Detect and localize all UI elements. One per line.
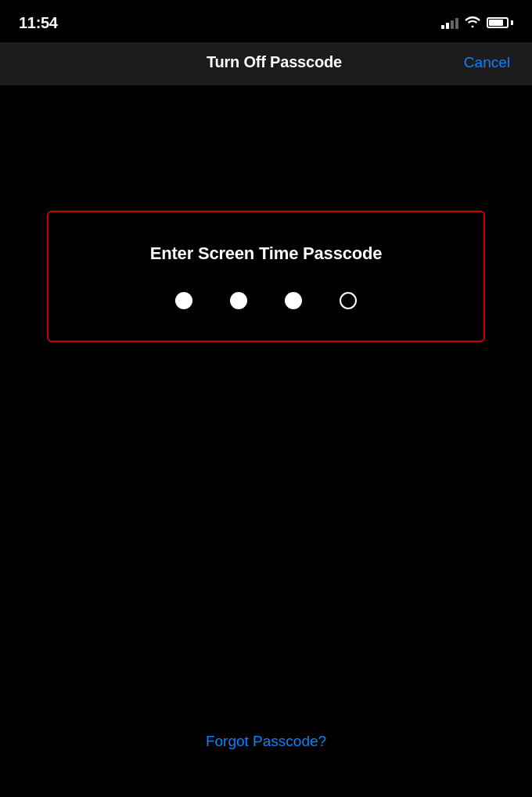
passcode-entry-box: Enter Screen Time Passcode (47, 211, 485, 342)
passcode-dot-1 (175, 292, 192, 309)
signal-icon (441, 16, 458, 29)
forgot-passcode-link[interactable]: Forgot Passcode? (206, 733, 326, 750)
status-icons (441, 15, 513, 31)
battery-icon (487, 17, 513, 28)
passcode-dot-2 (230, 292, 247, 309)
cancel-button[interactable]: Cancel (464, 54, 510, 71)
passcode-dot-4 (340, 292, 357, 309)
passcode-prompt: Enter Screen Time Passcode (150, 243, 382, 264)
nav-bar: Turn Off Passcode Cancel (0, 42, 532, 85)
passcode-dot-3 (285, 292, 302, 309)
passcode-dots (175, 292, 357, 309)
page-title: Turn Off Passcode (207, 53, 342, 71)
status-bar: 11:54 (0, 0, 532, 42)
status-time: 11:54 (19, 14, 58, 32)
wifi-icon (465, 15, 480, 31)
main-content: Enter Screen Time Passcode (0, 211, 532, 342)
